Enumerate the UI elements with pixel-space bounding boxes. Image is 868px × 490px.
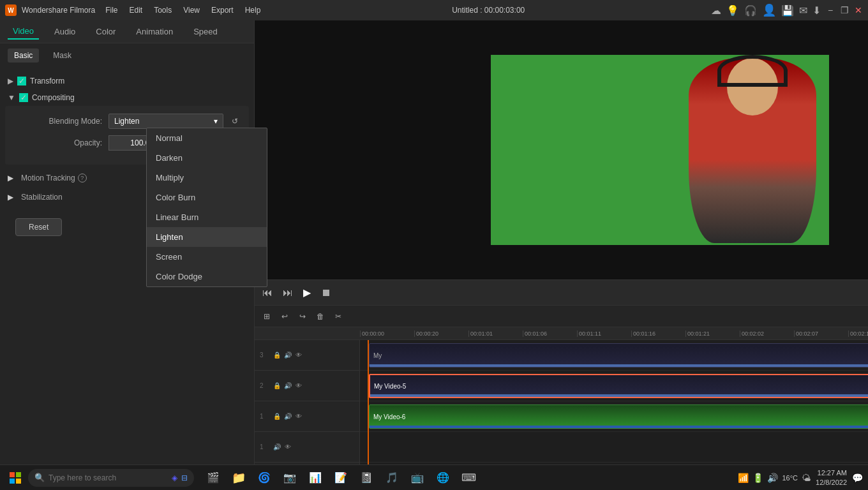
dropdown-item-colordodge[interactable]: Color Dodge bbox=[147, 267, 267, 286]
grid-icon[interactable]: ⊞ bbox=[260, 309, 274, 323]
headphone-icon[interactable]: 🎧 bbox=[744, 4, 757, 17]
dropdown-item-lighten[interactable]: Lighten bbox=[147, 227, 267, 247]
cut-button[interactable]: ✂ bbox=[331, 309, 345, 323]
minimize-button[interactable]: − bbox=[826, 6, 835, 15]
taskbar-app-misc2[interactable]: 📺 bbox=[406, 466, 429, 489]
menu-bar: File Edit Tools View Export Help bbox=[100, 4, 266, 16]
taskbar-app-explorer[interactable]: 📁 bbox=[227, 466, 250, 489]
weather-icon[interactable]: 🌤 bbox=[802, 473, 811, 483]
headphone-shape bbox=[717, 55, 788, 87]
tab-speed[interactable]: Speed bbox=[188, 24, 223, 39]
menu-view[interactable]: View bbox=[178, 4, 205, 16]
track-mute-icon-0[interactable]: 🔊 bbox=[273, 443, 281, 452]
ruler-mark-2: 00:01:01 bbox=[468, 330, 523, 337]
track-icons-1: 🔒 🔊 👁 bbox=[273, 412, 303, 421]
tab-animation[interactable]: Animation bbox=[131, 24, 178, 39]
track-mute-icon[interactable]: 🔊 bbox=[283, 351, 292, 360]
menu-file[interactable]: File bbox=[100, 4, 123, 16]
title-center: Untitled : 00:00:03:00 bbox=[452, 6, 525, 15]
redo-button[interactable]: ↪ bbox=[296, 309, 310, 323]
compositing-section[interactable]: ▼ ✓ Compositing bbox=[0, 89, 254, 106]
reset-button[interactable]: Reset bbox=[15, 218, 62, 236]
search-input[interactable] bbox=[49, 473, 168, 482]
bulb-icon[interactable]: 💡 bbox=[726, 4, 739, 17]
clip-track2[interactable]: My Video-5 bbox=[369, 374, 868, 398]
blending-mode-value: Lighten bbox=[114, 117, 139, 126]
menu-edit[interactable]: Edit bbox=[124, 4, 148, 16]
undo-button[interactable]: ↩ bbox=[278, 309, 292, 323]
taskbar-search[interactable]: 🔍 ◈ ⊟ bbox=[28, 469, 194, 487]
track-eye-icon-0[interactable]: 👁 bbox=[283, 443, 292, 452]
wifi-icon[interactable]: 📶 bbox=[738, 473, 749, 483]
blending-mode-select[interactable]: Lighten ▾ bbox=[108, 114, 223, 129]
subtab-basic[interactable]: Basic bbox=[8, 48, 39, 63]
track-eye-icon-1[interactable]: 👁 bbox=[294, 412, 303, 421]
stop-button[interactable]: ⏹ bbox=[321, 287, 331, 299]
taskbar-app-chrome[interactable]: 🌐 bbox=[431, 466, 454, 489]
transform-checkbox[interactable]: ✓ bbox=[17, 77, 26, 85]
taskbar-app-word[interactable]: 📝 bbox=[329, 466, 352, 489]
taskbar-app-misc1[interactable]: 🎵 bbox=[380, 466, 403, 489]
track-eye-icon[interactable]: 👁 bbox=[294, 351, 303, 360]
clip-track3[interactable]: My bbox=[369, 343, 868, 368]
notification-icon[interactable]: 💬 bbox=[852, 473, 863, 483]
ruler-mark-4: 00:01:11 bbox=[577, 330, 631, 337]
taskview-icon: ⊟ bbox=[181, 473, 188, 482]
start-button[interactable] bbox=[5, 468, 26, 488]
clip-track1[interactable]: My Video-6 bbox=[369, 405, 868, 429]
dropdown-item-linearburn[interactable]: Linear Burn bbox=[147, 207, 267, 227]
dropdown-item-multiply[interactable]: Multiply bbox=[147, 168, 267, 188]
save-icon[interactable]: 💾 bbox=[781, 4, 794, 17]
mail-icon[interactable]: ✉ bbox=[799, 4, 807, 17]
download-icon[interactable]: ⬇ bbox=[812, 4, 821, 17]
battery-icon[interactable]: 🔋 bbox=[752, 473, 763, 483]
dropdown-item-colorburn[interactable]: Color Burn bbox=[147, 188, 267, 207]
tab-video[interactable]: Video bbox=[8, 24, 39, 40]
track-lock-icon[interactable]: 🔒 bbox=[273, 351, 281, 360]
taskbar-app-edge[interactable]: 🌀 bbox=[253, 466, 276, 489]
track-mute-icon-1[interactable]: 🔊 bbox=[283, 412, 292, 421]
cortana-icon: ◈ bbox=[172, 473, 177, 482]
play-button[interactable]: ▶ bbox=[303, 286, 311, 299]
track-lock-icon-1[interactable]: 🔒 bbox=[273, 412, 281, 421]
track-lock-icon-2[interactable]: 🔒 bbox=[273, 382, 281, 390]
taskbar-app-instagram[interactable]: 📷 bbox=[278, 466, 301, 489]
tab-audio[interactable]: Audio bbox=[49, 24, 80, 39]
skip-back-button[interactable]: ⏮ bbox=[262, 287, 273, 299]
menu-help[interactable]: Help bbox=[240, 4, 266, 16]
track-mute-icon-2[interactable]: 🔊 bbox=[283, 382, 292, 390]
track-label-0: 1 🔊 👁 bbox=[255, 432, 359, 463]
clip-blue-bar-2 bbox=[370, 394, 868, 397]
delete-button[interactable]: 🗑 bbox=[313, 309, 327, 323]
svg-rect-0 bbox=[10, 472, 15, 477]
titlebar-left: W Wondershare Filmora File Edit Tools Vi… bbox=[5, 4, 266, 16]
titlebar-right: ☁ 💡 🎧 👤 💾 ✉ ⬇ − ❐ ✕ bbox=[711, 3, 863, 17]
blending-reset-icon[interactable]: ↺ bbox=[228, 115, 241, 128]
taskbar-app-onenote[interactable]: 📓 bbox=[355, 466, 378, 489]
frame-back-button[interactable]: ⏭ bbox=[283, 287, 293, 299]
motion-tracking-label: Motion Tracking bbox=[21, 174, 75, 182]
menu-tools[interactable]: Tools bbox=[149, 4, 177, 16]
speaker-icon[interactable]: 🔊 bbox=[767, 473, 778, 483]
dropdown-item-normal[interactable]: Normal bbox=[147, 128, 267, 148]
taskbar-app-filmora[interactable]: 🎬 bbox=[202, 466, 225, 489]
main-layout: Video Audio Color Animation Speed Basic … bbox=[0, 20, 868, 490]
subtab-mask[interactable]: Mask bbox=[47, 48, 78, 63]
menu-export[interactable]: Export bbox=[206, 4, 239, 16]
help-icon[interactable]: ? bbox=[78, 174, 87, 182]
taskbar-app-excel[interactable]: 📊 bbox=[304, 466, 327, 489]
track-eye-icon-2[interactable]: 👁 bbox=[294, 382, 303, 390]
taskbar-app-terminal[interactable]: ⌨ bbox=[457, 466, 480, 489]
compositing-checkbox[interactable]: ✓ bbox=[19, 93, 28, 102]
tab-color[interactable]: Color bbox=[91, 24, 121, 39]
maximize-button[interactable]: ❐ bbox=[840, 6, 849, 15]
cloud-icon[interactable]: ☁ bbox=[711, 4, 721, 17]
avatar-icon[interactable]: 👤 bbox=[762, 3, 776, 17]
chevron-down-icon: ▾ bbox=[214, 117, 218, 126]
transform-section[interactable]: ▶ ✓ Transform bbox=[0, 73, 254, 89]
dropdown-item-screen[interactable]: Screen bbox=[147, 247, 267, 267]
close-button[interactable]: ✕ bbox=[854, 6, 863, 15]
stabilization-label: Stabilization bbox=[21, 193, 63, 202]
blending-dropdown[interactable]: Normal Darken Multiply Color Burn Linear… bbox=[146, 128, 267, 287]
dropdown-item-darken[interactable]: Darken bbox=[147, 148, 267, 168]
